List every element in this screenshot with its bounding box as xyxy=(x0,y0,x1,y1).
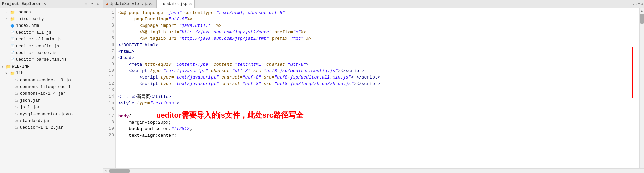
file-icon-commons-codec: 🗂 xyxy=(14,78,19,83)
tree-item-jstl-jar[interactable]: 🗂 jstl.jar xyxy=(0,104,103,111)
file-icon-ueditor-all-js: 📄 xyxy=(9,30,15,35)
file-icon-json-jar: 🗂 xyxy=(14,98,19,103)
editor-panel: J UpdateServlet.java J update.jsp ✕ ◂ ▸ … xyxy=(103,0,644,173)
collapse-all-icon[interactable]: ⊡ xyxy=(71,1,77,7)
scroll-left-icon[interactable]: ◂ xyxy=(632,2,635,6)
folder-icon-web-inf: 📁 xyxy=(5,64,11,69)
tree-item-commons-io[interactable]: 🗂 commons-io-2.4.jar xyxy=(0,90,103,97)
editor-scrollbar-vertical[interactable]: ▲ xyxy=(639,8,644,168)
file-icon-ueditor-jar: 🗂 xyxy=(14,125,19,130)
tree-item-themes[interactable]: › 📁 themes xyxy=(0,9,103,16)
file-icon-standard-jar: 🗂 xyxy=(14,119,19,123)
file-icon-ueditor-config-js: 📄 xyxy=(9,44,15,49)
tree-label-standard-jar: standard.jar xyxy=(20,119,51,123)
tree-item-commons-codec[interactable]: 🗂 commons-codec-1.9.ja xyxy=(0,77,103,84)
scroll-up-arrow[interactable]: ▲ xyxy=(640,8,644,13)
editor-tabs: J UpdateServlet.java J update.jsp ✕ ◂ ▸ … xyxy=(103,0,644,8)
editor-body: 1 2 3 4 5 6 7 8 9 10 11 12 13 14 15 16 1… xyxy=(103,8,644,168)
tree-label-commons-codec: commons-codec-1.9.ja xyxy=(20,78,71,83)
maximize-icon[interactable]: □ xyxy=(96,1,101,7)
project-explorer-panel: Project Explorer ✕ ⊡ ⊟ ▽ − □ › 📁 themes … xyxy=(0,0,103,173)
tree-label-ueditor-all-js: ueditor.all.js xyxy=(16,30,52,35)
folder-icon-themes: 📁 xyxy=(9,10,15,15)
tree-item-json-jar[interactable]: 🗂 json.jar xyxy=(0,97,103,104)
scroll-thumb-vertical[interactable] xyxy=(640,14,644,24)
minimize-icon[interactable]: − xyxy=(89,1,95,7)
code-wrapper: <%@ page language="java" contentType="te… xyxy=(116,8,639,168)
file-icon-commons-io: 🗂 xyxy=(14,91,19,96)
panel-header: Project Explorer ✕ ⊡ ⊟ ▽ − □ xyxy=(0,0,103,8)
tree-item-ueditor-parse-js[interactable]: 📄 ueditor.parse.js xyxy=(0,50,103,56)
tab-update-jsp[interactable]: J update.jsp ✕ xyxy=(157,0,195,8)
tree-label-ueditor-parse-js: ueditor.parse.js xyxy=(16,51,57,55)
line-numbers: 1 2 3 4 5 6 7 8 9 10 11 12 13 14 15 16 1… xyxy=(103,8,116,168)
editor-maximize-icon[interactable]: □ xyxy=(641,2,643,6)
tab-label-update-jsp: update.jsp xyxy=(163,2,187,6)
folder-icon-lib: 📁 xyxy=(9,71,15,76)
tree-item-ueditor-all-min-js[interactable]: 📄 ueditor.all.min.js xyxy=(0,36,103,43)
tab-update-servlet[interactable]: J UpdateServlet.java xyxy=(103,0,157,8)
scroll-left-arrow[interactable]: ◄ xyxy=(103,169,108,173)
editor-minimize-icon[interactable]: − xyxy=(638,2,640,6)
expand-arrow-themes: › xyxy=(5,11,9,14)
expand-arrow-third-party: › xyxy=(5,17,9,21)
tree-item-ueditor-parse-min-js[interactable]: 📄 ueditor.parse.min.js xyxy=(0,56,103,63)
file-icon-index-html: 🔷 xyxy=(9,23,15,28)
expand-arrow-lib: ∨ xyxy=(5,72,9,75)
tab-icon-java: J xyxy=(106,2,108,6)
file-icon-ueditor-parse-min-js: 📄 xyxy=(9,57,15,62)
annotation-label: ueditor需要导入的js文件，此处src路径写全 xyxy=(156,111,303,119)
tree-item-standard-jar[interactable]: 🗂 standard.jar xyxy=(0,118,103,124)
tree-item-ueditor-config-js[interactable]: 📄 ueditor.config.js xyxy=(0,43,103,50)
scroll-thumb-horizontal[interactable] xyxy=(109,169,130,173)
tree-label-commons-fileupload: commons-fileupload-1 xyxy=(20,85,71,89)
tab-label-update-servlet: UpdateServlet.java xyxy=(110,2,154,6)
scroll-right-icon[interactable]: ▸ xyxy=(635,2,637,6)
tree-label-index-html: index.html xyxy=(16,23,41,28)
tree-item-web-inf[interactable]: ∨ 📁 WEB-INF xyxy=(0,63,103,70)
tree-label-themes: themes xyxy=(16,10,31,15)
tree-item-mysql-connector[interactable]: 🗂 mysql-connector-java- xyxy=(0,111,103,118)
tree-label-third-party: third-party xyxy=(16,17,44,21)
tab-scroll-controls: ◂ ▸ − □ xyxy=(632,2,644,6)
tree-item-commons-fileupload[interactable]: 🗂 commons-fileupload-1 xyxy=(0,84,103,90)
tree-label-jstl-jar: jstl.jar xyxy=(20,105,40,110)
panel-header-left: Project Explorer ✕ xyxy=(2,1,46,6)
file-icon-mysql-connector: 🗂 xyxy=(14,112,19,117)
tree-item-ueditor-all-js[interactable]: 📄 ueditor.all.js xyxy=(0,29,103,36)
tree-label-ueditor-jar: ueditor-1.1.2.jar xyxy=(20,125,63,130)
file-icon-ueditor-parse-js: 📄 xyxy=(9,51,15,55)
tree-label-ueditor-config-js: ueditor.config.js xyxy=(16,44,59,49)
file-icon-commons-fileupload: 🗂 xyxy=(14,85,19,89)
annotation-text: ueditor需要导入的js文件，此处src路径写全 xyxy=(156,110,303,120)
file-icon-jstl-jar: 🗂 xyxy=(14,105,19,110)
folder-icon-third-party: 📁 xyxy=(9,17,15,21)
tree-label-lib: lib xyxy=(16,71,24,76)
view-menu-icon[interactable]: ▽ xyxy=(83,1,89,7)
tree-label-commons-io: commons-io-2.4.jar xyxy=(20,91,66,96)
panel-header-icons: ⊡ ⊟ ▽ − □ xyxy=(71,1,101,7)
tab-icon-jsp: J xyxy=(159,2,162,6)
link-with-editor-icon[interactable]: ⊟ xyxy=(77,1,83,7)
file-icon-ueditor-all-min-js: 📄 xyxy=(9,37,15,42)
tree-item-lib[interactable]: ∨ 📁 lib xyxy=(0,70,103,77)
tree-item-index-html[interactable]: 🔷 index.html xyxy=(0,22,103,29)
tree-label-ueditor-parse-min-js: ueditor.parse.min.js xyxy=(16,57,67,62)
expand-arrow-web-inf: ∨ xyxy=(1,65,5,69)
panel-title: Project Explorer ✕ xyxy=(2,1,46,6)
tree-label-web-inf: WEB-INF xyxy=(12,64,30,69)
project-tree: › 📁 themes › 📁 third-party 🔷 index.html … xyxy=(0,8,103,173)
tree-item-ueditor-jar[interactable]: 🗂 ueditor-1.1.2.jar xyxy=(0,124,103,131)
tree-item-third-party[interactable]: › 📁 third-party xyxy=(0,16,103,22)
tab-close-update-jsp[interactable]: ✕ xyxy=(189,2,192,6)
tree-label-json-jar: json.jar xyxy=(20,98,40,103)
editor-scrollbar-horizontal[interactable]: ◄ xyxy=(103,168,644,173)
tree-label-ueditor-all-min-js: ueditor.all.min.js xyxy=(16,37,62,42)
tree-label-mysql-connector: mysql-connector-java- xyxy=(20,112,74,117)
